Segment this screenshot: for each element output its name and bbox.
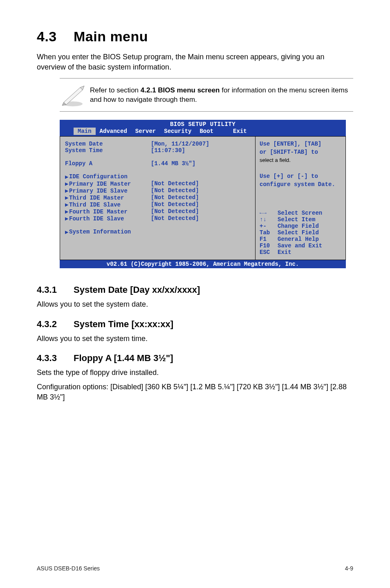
note-prefix: Refer to section bbox=[90, 86, 141, 94]
triangle-icon: ▶ bbox=[65, 215, 69, 222]
triangle-icon: ▶ bbox=[65, 194, 69, 201]
bios-third-master-value: [Not Detected] bbox=[151, 194, 199, 201]
bios-key: +- bbox=[260, 223, 278, 229]
bios-help-line: configure system Date. bbox=[260, 181, 341, 188]
heading-title: Floppy A [1.44 MB 3½"] bbox=[74, 353, 173, 363]
bios-floppy-value: [1.44 MB 3½"] bbox=[151, 160, 195, 167]
bios-fourth-master-value: [Not Detected] bbox=[151, 208, 199, 215]
bios-body: System Date[Mon, 11/12/2007] System Time… bbox=[60, 136, 346, 260]
note-text: Refer to section 4.2.1 BIOS menu screen … bbox=[90, 85, 353, 105]
section-432-text: Allows you to set the system time. bbox=[37, 334, 353, 344]
bios-system-date-label: System Date bbox=[65, 141, 151, 147]
bios-key-desc: Select Item bbox=[278, 216, 315, 223]
heading-431: 4.3.1System Date [Day xx/xx/xxxx] bbox=[37, 285, 353, 295]
bios-footer: v02.61 (C)Copyright 1985-2006, American … bbox=[60, 260, 346, 268]
heading-title: Main menu bbox=[74, 29, 148, 44]
bios-third-slave-label: Third IDE Slave bbox=[69, 202, 121, 208]
bios-help-line: Use [+] or [-] to bbox=[260, 173, 341, 180]
bios-key-legend: ←→Select Screen ↑↓Select Item +-Change F… bbox=[260, 210, 341, 256]
heading-title: System Date [Day xx/xx/xxxx] bbox=[74, 285, 200, 295]
page-number: 4-9 bbox=[345, 565, 353, 572]
section-431-text: Allows you to set the system date. bbox=[37, 299, 353, 310]
bios-left-pane: System Date[Mon, 11/12/2007] System Time… bbox=[60, 137, 256, 260]
heading-433: 4.3.3Floppy A [1.44 MB 3½"] bbox=[37, 353, 353, 364]
bios-third-master-label: Third IDE Master bbox=[69, 195, 124, 201]
bios-tab-advanced: Advanced bbox=[96, 128, 131, 135]
bios-header: BIOS SETUP UTILITY Main Advanced Server … bbox=[60, 120, 346, 136]
page-footer: ASUS DSEB-D16 Series bbox=[37, 565, 100, 572]
bios-help-line: select a field. bbox=[260, 157, 341, 163]
bios-screenshot: BIOS SETUP UTILITY Main Advanced Server … bbox=[60, 120, 346, 268]
bios-fourth-slave-label: Fourth IDE Slave bbox=[69, 215, 124, 222]
note-block: Refer to section 4.2.1 BIOS menu screen … bbox=[60, 78, 353, 112]
bios-ide-config: IDE Configuration bbox=[69, 173, 128, 180]
bios-system-time-label: System Time bbox=[65, 147, 151, 154]
bios-key: ←→ bbox=[260, 210, 278, 216]
bios-tab-security: Security bbox=[160, 128, 195, 135]
bios-primary-master-label: Primary IDE Master bbox=[69, 181, 131, 187]
bios-key: F10 bbox=[260, 242, 278, 249]
heading-main: 4.3Main menu bbox=[37, 29, 353, 45]
triangle-icon: ▶ bbox=[65, 208, 69, 215]
bios-system-information: System Information bbox=[69, 229, 131, 236]
bios-key-desc: Save and Exit bbox=[278, 242, 322, 249]
bios-primary-slave-value: [Not Detected] bbox=[151, 187, 199, 194]
heading-number: 4.3.3 bbox=[37, 353, 74, 364]
bios-help-line: Use [ENTER], [TAB] bbox=[260, 141, 341, 147]
triangle-icon: ▶ bbox=[65, 229, 69, 236]
pencil-note-icon bbox=[60, 82, 86, 108]
bios-third-slave-value: [Not Detected] bbox=[151, 201, 199, 208]
bios-tab-server: Server bbox=[131, 128, 160, 135]
triangle-icon: ▶ bbox=[65, 187, 69, 194]
bios-fourth-master-label: Fourth IDE Master bbox=[69, 209, 128, 215]
bios-system-time-value: [11:07:30] bbox=[151, 147, 185, 154]
bios-help-line: or [SHIFT-TAB] to bbox=[260, 149, 341, 155]
section-433-text-2: Configuration options: [Disabled] [360 K… bbox=[37, 382, 353, 402]
bios-tab-main: Main bbox=[74, 128, 96, 135]
heading-title: System Time [xx:xx:xx] bbox=[74, 319, 173, 329]
section-433-text-1: Sets the type of floppy drive installed. bbox=[37, 368, 353, 378]
bios-tab-exit: Exit bbox=[229, 128, 251, 135]
bios-floppy-label: Floppy A bbox=[65, 160, 151, 167]
bios-key-desc: Exit bbox=[278, 249, 291, 256]
bios-key: Tab bbox=[260, 229, 278, 236]
bios-fourth-slave-value: [Not Detected] bbox=[151, 215, 199, 222]
bios-primary-slave-label: Primary IDE Slave bbox=[69, 188, 128, 194]
bios-right-pane: Use [ENTER], [TAB] or [SHIFT-TAB] to sel… bbox=[256, 137, 345, 260]
bios-key-desc: General Help bbox=[278, 236, 319, 242]
triangle-icon: ▶ bbox=[65, 180, 69, 187]
bios-key: ESC bbox=[260, 249, 278, 256]
intro-paragraph: When you enter the BIOS Setup program, t… bbox=[37, 52, 353, 72]
bios-tabs: Main Advanced Server Security Boot Exit bbox=[60, 128, 346, 135]
heading-number: 4.3 bbox=[37, 29, 74, 45]
bios-key: ↑↓ bbox=[260, 216, 278, 223]
bios-primary-master-value: [Not Detected] bbox=[151, 180, 199, 187]
bios-key-desc: Select Screen bbox=[278, 210, 322, 216]
bios-system-date-value: [Mon, 11/12/2007] bbox=[151, 141, 209, 147]
bios-tab-boot: Boot bbox=[195, 128, 217, 135]
note-bold: 4.2.1 BIOS menu screen bbox=[141, 86, 220, 94]
bios-title: BIOS SETUP UTILITY bbox=[60, 121, 346, 128]
bios-key-desc: Select Field bbox=[278, 229, 319, 236]
heading-number: 4.3.1 bbox=[37, 285, 74, 295]
triangle-icon: ▶ bbox=[65, 173, 69, 180]
heading-number: 4.3.2 bbox=[37, 319, 74, 330]
bios-key-desc: Change Field bbox=[278, 223, 319, 229]
triangle-icon: ▶ bbox=[65, 201, 69, 208]
heading-432: 4.3.2System Time [xx:xx:xx] bbox=[37, 319, 353, 330]
bios-key: F1 bbox=[260, 236, 278, 242]
